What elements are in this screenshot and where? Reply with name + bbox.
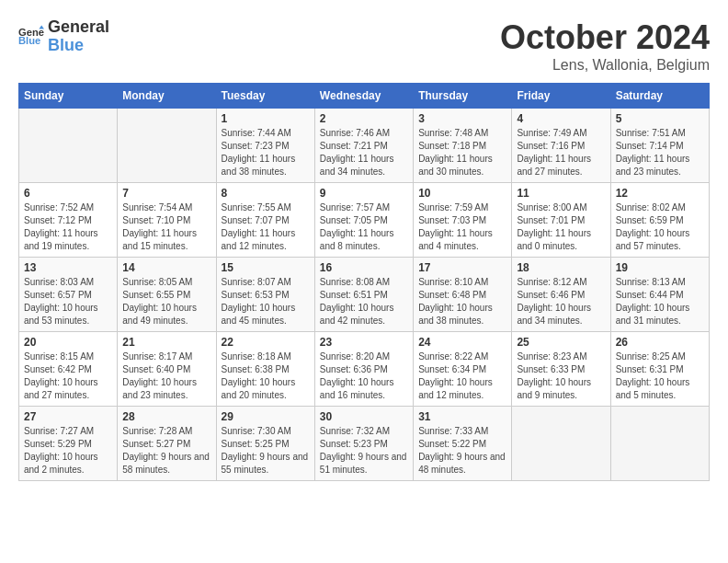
day-info: Sunrise: 7:51 AMSunset: 7:14 PMDaylight:…	[616, 128, 690, 177]
table-row: 19 Sunrise: 8:13 AMSunset: 6:44 PMDaylig…	[610, 258, 709, 332]
day-info: Sunrise: 8:07 AMSunset: 6:53 PMDaylight:…	[222, 277, 296, 326]
day-info: Sunrise: 8:23 AMSunset: 6:33 PMDaylight:…	[517, 351, 591, 400]
day-number: 9	[320, 187, 408, 200]
day-info: Sunrise: 8:17 AMSunset: 6:40 PMDaylight:…	[122, 351, 197, 400]
day-info: Sunrise: 7:54 AMSunset: 7:10 PMDaylight:…	[122, 202, 197, 251]
header-saturday: Saturday	[610, 84, 709, 109]
day-number: 4	[517, 112, 605, 125]
table-row: 8 Sunrise: 7:55 AMSunset: 7:07 PMDayligh…	[216, 183, 314, 258]
day-info: Sunrise: 7:44 AMSunset: 7:23 PMDaylight:…	[222, 128, 296, 177]
header-sunday: Sunday	[19, 84, 118, 109]
table-row: 24 Sunrise: 8:22 AMSunset: 6:34 PMDaylig…	[414, 332, 512, 407]
day-number: 25	[517, 336, 605, 349]
day-info: Sunrise: 8:15 AMSunset: 6:42 PMDaylight:…	[24, 351, 98, 400]
table-row: 28 Sunrise: 7:28 AMSunset: 5:27 PMDaylig…	[118, 407, 216, 481]
table-row: 13 Sunrise: 8:03 AMSunset: 6:57 PMDaylig…	[19, 258, 118, 332]
day-info: Sunrise: 7:55 AMSunset: 7:07 PMDaylight:…	[222, 202, 296, 251]
day-info: Sunrise: 7:57 AMSunset: 7:05 PMDaylight:…	[320, 202, 394, 251]
table-row: 20 Sunrise: 8:15 AMSunset: 6:42 PMDaylig…	[19, 332, 118, 407]
day-info: Sunrise: 7:46 AMSunset: 7:21 PMDaylight:…	[320, 128, 394, 177]
day-info: Sunrise: 7:49 AMSunset: 7:16 PMDaylight:…	[517, 128, 591, 177]
day-number: 19	[616, 261, 704, 274]
day-number: 20	[24, 336, 112, 349]
day-info: Sunrise: 8:00 AMSunset: 7:01 PMDaylight:…	[517, 202, 591, 251]
day-number: 16	[320, 261, 408, 274]
table-row: 9 Sunrise: 7:57 AMSunset: 7:05 PMDayligh…	[314, 183, 413, 258]
day-info: Sunrise: 8:18 AMSunset: 6:38 PMDaylight:…	[222, 351, 296, 400]
day-number: 3	[418, 112, 506, 125]
calendar-week-row: 6 Sunrise: 7:52 AMSunset: 7:12 PMDayligh…	[19, 183, 710, 258]
logo-text: GeneralBlue	[48, 18, 109, 55]
table-row: 18 Sunrise: 8:12 AMSunset: 6:46 PMDaylig…	[512, 258, 610, 332]
day-info: Sunrise: 8:02 AMSunset: 6:59 PMDaylight:…	[616, 202, 690, 251]
day-info: Sunrise: 8:12 AMSunset: 6:46 PMDaylight:…	[517, 277, 591, 326]
table-row	[610, 407, 709, 481]
day-info: Sunrise: 8:22 AMSunset: 6:34 PMDaylight:…	[418, 351, 493, 400]
day-number: 11	[517, 187, 605, 200]
table-row	[512, 407, 610, 481]
day-number: 7	[122, 187, 210, 200]
svg-text:Blue: Blue	[18, 35, 40, 46]
table-row: 11 Sunrise: 8:00 AMSunset: 7:01 PMDaylig…	[512, 183, 610, 258]
calendar-week-row: 27 Sunrise: 7:27 AMSunset: 5:29 PMDaylig…	[19, 407, 710, 481]
day-info: Sunrise: 8:20 AMSunset: 6:36 PMDaylight:…	[320, 351, 394, 400]
table-row: 15 Sunrise: 8:07 AMSunset: 6:53 PMDaylig…	[216, 258, 314, 332]
day-info: Sunrise: 7:59 AMSunset: 7:03 PMDaylight:…	[418, 202, 493, 251]
day-info: Sunrise: 7:30 AMSunset: 5:25 PMDaylight:…	[222, 426, 309, 475]
day-number: 23	[320, 336, 408, 349]
day-info: Sunrise: 8:25 AMSunset: 6:31 PMDaylight:…	[616, 351, 690, 400]
day-info: Sunrise: 8:03 AMSunset: 6:57 PMDaylight:…	[24, 277, 98, 326]
table-row: 17 Sunrise: 8:10 AMSunset: 6:48 PMDaylig…	[414, 258, 512, 332]
table-row	[118, 109, 216, 183]
table-row: 23 Sunrise: 8:20 AMSunset: 6:36 PMDaylig…	[314, 332, 413, 407]
logo: General Blue GeneralBlue	[18, 18, 109, 55]
day-number: 27	[24, 410, 112, 423]
table-row: 1 Sunrise: 7:44 AMSunset: 7:23 PMDayligh…	[216, 109, 314, 183]
table-row: 31 Sunrise: 7:33 AMSunset: 5:22 PMDaylig…	[414, 407, 512, 481]
day-number: 5	[616, 112, 704, 125]
day-number: 21	[122, 336, 210, 349]
day-number: 15	[222, 261, 310, 274]
day-info: Sunrise: 8:05 AMSunset: 6:55 PMDaylight:…	[122, 277, 197, 326]
day-number: 12	[616, 187, 704, 200]
month-title: October 2024	[500, 18, 710, 57]
table-row: 10 Sunrise: 7:59 AMSunset: 7:03 PMDaylig…	[414, 183, 512, 258]
calendar-week-row: 13 Sunrise: 8:03 AMSunset: 6:57 PMDaylig…	[19, 258, 710, 332]
day-number: 17	[418, 261, 506, 274]
calendar-table: Sunday Monday Tuesday Wednesday Thursday…	[18, 83, 710, 481]
table-row: 29 Sunrise: 7:30 AMSunset: 5:25 PMDaylig…	[216, 407, 314, 481]
table-row: 7 Sunrise: 7:54 AMSunset: 7:10 PMDayligh…	[118, 183, 216, 258]
table-row: 25 Sunrise: 8:23 AMSunset: 6:33 PMDaylig…	[512, 332, 610, 407]
day-number: 8	[222, 187, 310, 200]
day-number: 28	[122, 410, 210, 423]
day-number: 26	[616, 336, 704, 349]
table-row: 6 Sunrise: 7:52 AMSunset: 7:12 PMDayligh…	[19, 183, 118, 258]
header-wednesday: Wednesday	[314, 84, 413, 109]
header-tuesday: Tuesday	[216, 84, 314, 109]
day-info: Sunrise: 7:33 AMSunset: 5:22 PMDaylight:…	[418, 426, 506, 475]
day-number: 24	[418, 336, 506, 349]
table-row: 26 Sunrise: 8:25 AMSunset: 6:31 PMDaylig…	[610, 332, 709, 407]
weekday-header-row: Sunday Monday Tuesday Wednesday Thursday…	[19, 84, 710, 109]
day-number: 31	[418, 410, 506, 423]
table-row: 30 Sunrise: 7:32 AMSunset: 5:23 PMDaylig…	[314, 407, 413, 481]
page-header: General Blue GeneralBlue October 2024 Le…	[18, 18, 710, 74]
table-row: 5 Sunrise: 7:51 AMSunset: 7:14 PMDayligh…	[610, 109, 709, 183]
day-number: 10	[418, 187, 506, 200]
table-row: 3 Sunrise: 7:48 AMSunset: 7:18 PMDayligh…	[414, 109, 512, 183]
day-info: Sunrise: 8:10 AMSunset: 6:48 PMDaylight:…	[418, 277, 493, 326]
table-row: 12 Sunrise: 8:02 AMSunset: 6:59 PMDaylig…	[610, 183, 709, 258]
day-number: 6	[24, 187, 112, 200]
day-info: Sunrise: 7:48 AMSunset: 7:18 PMDaylight:…	[418, 128, 493, 177]
calendar-week-row: 1 Sunrise: 7:44 AMSunset: 7:23 PMDayligh…	[19, 109, 710, 183]
day-info: Sunrise: 7:27 AMSunset: 5:29 PMDaylight:…	[24, 426, 98, 475]
table-row	[19, 109, 118, 183]
calendar-week-row: 20 Sunrise: 8:15 AMSunset: 6:42 PMDaylig…	[19, 332, 710, 407]
day-info: Sunrise: 7:52 AMSunset: 7:12 PMDaylight:…	[24, 202, 98, 251]
header-friday: Friday	[512, 84, 610, 109]
table-row: 21 Sunrise: 8:17 AMSunset: 6:40 PMDaylig…	[118, 332, 216, 407]
table-row: 2 Sunrise: 7:46 AMSunset: 7:21 PMDayligh…	[314, 109, 413, 183]
day-info: Sunrise: 7:32 AMSunset: 5:23 PMDaylight:…	[320, 426, 407, 475]
header-monday: Monday	[118, 84, 216, 109]
day-info: Sunrise: 7:28 AMSunset: 5:27 PMDaylight:…	[122, 426, 210, 475]
